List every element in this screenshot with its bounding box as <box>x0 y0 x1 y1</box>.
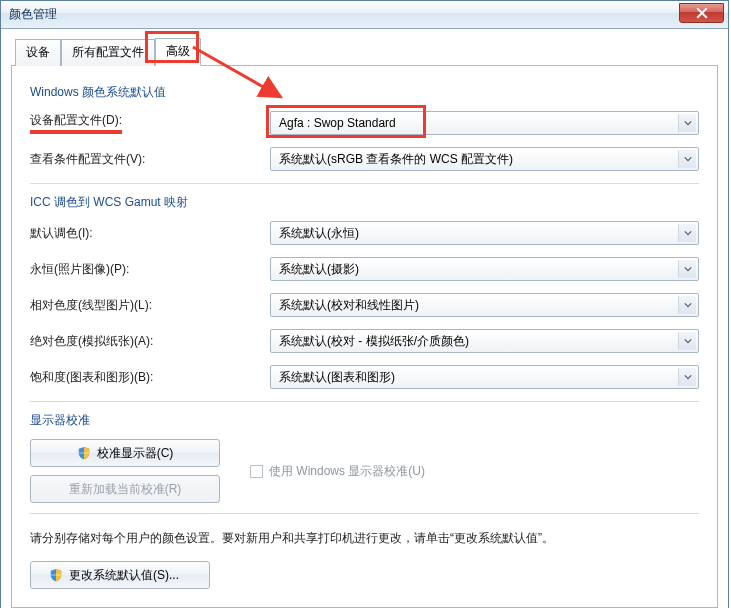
use-windows-calibration-checkbox[interactable]: 使用 Windows 显示器校准(U) <box>250 463 425 480</box>
default-intent-value: 系统默认(永恒) <box>279 225 359 242</box>
use-windows-calibration-label: 使用 Windows 显示器校准(U) <box>269 463 425 480</box>
saturation-value: 系统默认(图表和图形) <box>279 369 395 386</box>
chevron-down-icon <box>678 332 696 350</box>
relative-value: 系统默认(校对和线性图片) <box>279 297 419 314</box>
device-profile-dropdown[interactable]: Agfa : Swop Standard <box>270 111 699 135</box>
tab-advanced[interactable]: 高级 <box>155 38 201 66</box>
relative-dropdown[interactable]: 系统默认(校对和线性图片) <box>270 293 699 317</box>
chevron-down-icon <box>678 368 696 386</box>
absolute-dropdown[interactable]: 系统默认(校对 - 模拟纸张/介质颜色) <box>270 329 699 353</box>
perceptual-label: 永恒(照片图像)(P): <box>30 261 270 278</box>
info-text: 请分别存储对每个用户的颜色设置。要对新用户和共享打印机进行更改，请单击“更改系统… <box>30 530 699 547</box>
change-system-defaults-button[interactable]: 更改系统默认值(S)... <box>30 561 210 589</box>
group-title-calib: 显示器校准 <box>30 412 699 429</box>
reload-calibration-button[interactable]: 重新加载当前校准(R) <box>30 475 220 503</box>
tab-all-profiles-label: 所有配置文件 <box>72 45 144 59</box>
separator <box>30 183 699 184</box>
saturation-label: 饱和度(图表和图形)(B): <box>30 369 270 386</box>
close-icon <box>696 7 708 19</box>
tab-all-profiles[interactable]: 所有配置文件 <box>61 39 155 66</box>
view-cond-label: 查看条件配置文件(V): <box>30 151 270 168</box>
device-profile-value: Agfa : Swop Standard <box>279 116 396 130</box>
perceptual-value: 系统默认(摄影) <box>279 261 359 278</box>
device-profile-label: 设备配置文件(D): <box>30 112 270 134</box>
tab-content-advanced: Windows 颜色系统默认值 设备配置文件(D): Agfa : Swop S… <box>11 66 718 608</box>
window-title: 颜色管理 <box>9 6 57 23</box>
default-intent-label: 默认调色(I): <box>30 225 270 242</box>
chevron-down-icon <box>678 296 696 314</box>
chevron-down-icon <box>678 260 696 278</box>
chevron-down-icon <box>678 150 696 168</box>
chevron-down-icon <box>678 224 696 242</box>
perceptual-dropdown[interactable]: 系统默认(摄影) <box>270 257 699 281</box>
calibrate-display-label: 校准显示器(C) <box>97 445 174 462</box>
tab-device[interactable]: 设备 <box>15 39 61 66</box>
group-title-defaults: Windows 颜色系统默认值 <box>30 84 699 101</box>
separator <box>30 513 699 514</box>
view-cond-dropdown[interactable]: 系统默认(sRGB 查看条件的 WCS 配置文件) <box>270 147 699 171</box>
shield-icon <box>77 446 91 460</box>
absolute-label: 绝对色度(模拟纸张)(A): <box>30 333 270 350</box>
window-close-button[interactable] <box>679 3 724 23</box>
tab-device-label: 设备 <box>26 45 50 59</box>
tab-advanced-label: 高级 <box>166 44 190 58</box>
saturation-dropdown[interactable]: 系统默认(图表和图形) <box>270 365 699 389</box>
chevron-down-icon <box>678 114 696 132</box>
change-system-defaults-label: 更改系统默认值(S)... <box>69 567 179 584</box>
view-cond-value: 系统默认(sRGB 查看条件的 WCS 配置文件) <box>279 151 513 168</box>
device-profile-label-text: 设备配置文件(D): <box>30 112 122 134</box>
reload-calibration-label: 重新加载当前校准(R) <box>69 481 182 498</box>
separator <box>30 401 699 402</box>
tab-strip: 设备 所有配置文件 高级 <box>11 37 718 66</box>
absolute-value: 系统默认(校对 - 模拟纸张/介质颜色) <box>279 333 469 350</box>
calibrate-display-button[interactable]: 校准显示器(C) <box>30 439 220 467</box>
relative-label: 相对色度(线型图片)(L): <box>30 297 270 314</box>
title-bar: 颜色管理 <box>1 1 728 29</box>
shield-icon <box>49 568 63 582</box>
checkbox-icon <box>250 465 263 478</box>
default-intent-dropdown[interactable]: 系统默认(永恒) <box>270 221 699 245</box>
group-title-icc: ICC 调色到 WCS Gamut 映射 <box>30 194 699 211</box>
